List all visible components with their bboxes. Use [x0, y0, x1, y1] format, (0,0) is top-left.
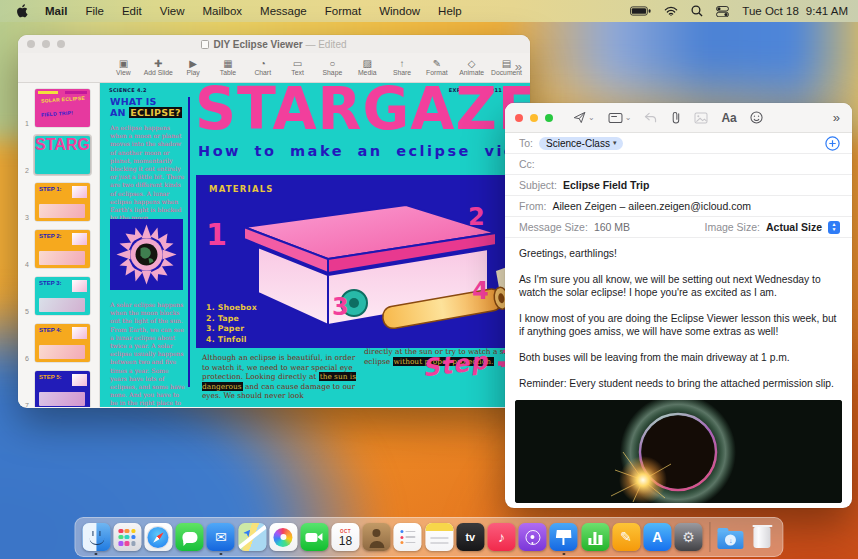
- recipient-token[interactable]: Science-Class▾: [539, 137, 623, 150]
- slide-thumbnail-2[interactable]: STARGAZER: [35, 136, 90, 174]
- toolbar-button-share[interactable]: ↑Share: [386, 58, 418, 77]
- slide-thumbnail-5[interactable]: STEP 3:: [35, 277, 90, 315]
- to-field[interactable]: To: Science-Class▾: [505, 133, 852, 154]
- body-paragraph: Reminder: Every student needs to bring t…: [519, 377, 838, 390]
- dock-system-settings[interactable]: ⚙: [675, 523, 703, 551]
- menu-item-view[interactable]: View: [151, 5, 194, 17]
- dock-downloads[interactable]: ↓: [717, 523, 745, 551]
- subject-field[interactable]: Subject: Eclipse Field Trip: [505, 175, 852, 196]
- header-fields-icon[interactable]: ⌄: [608, 112, 632, 124]
- dock-notes[interactable]: [425, 523, 453, 551]
- menu-bar-time: 9:41 AM: [806, 5, 848, 17]
- wifi-icon[interactable]: [664, 6, 678, 16]
- dock-finder[interactable]: [82, 523, 110, 551]
- downloads-icon: ↓: [717, 523, 745, 551]
- menu-item-mail[interactable]: Mail: [36, 5, 76, 17]
- keynote-window[interactable]: DIY Eclipse Viewer — Edited » ▣View✚Add …: [18, 35, 530, 408]
- toolbar-overflow-icon[interactable]: »: [515, 59, 522, 74]
- dock-maps[interactable]: [238, 523, 266, 551]
- menu-item-message[interactable]: Message: [251, 5, 316, 17]
- play-icon: ▶: [189, 58, 197, 69]
- podcasts-icon: [519, 523, 547, 551]
- dock-trash[interactable]: [748, 523, 776, 551]
- dock-app-store[interactable]: A: [643, 523, 671, 551]
- minimize-button[interactable]: [530, 114, 538, 122]
- slide-thumbnail-7[interactable]: STEP 5:: [35, 371, 90, 407]
- toolbar-button-media[interactable]: ▨Media: [351, 58, 383, 77]
- eclipse-photo-attachment[interactable]: [515, 400, 842, 503]
- reply-arrow-icon[interactable]: [644, 112, 657, 123]
- control-center-icon[interactable]: [716, 6, 729, 17]
- stepper-icon[interactable]: ▲▼: [828, 221, 840, 234]
- toolbar-button-play[interactable]: ▶Play: [177, 58, 209, 77]
- toolbar-button-format[interactable]: ✎Format: [421, 58, 453, 77]
- add-recipient-button[interactable]: [825, 136, 840, 151]
- menu-item-help[interactable]: Help: [429, 5, 471, 17]
- menu-item-window[interactable]: Window: [370, 5, 429, 17]
- apple-menu-icon[interactable]: [16, 4, 28, 18]
- toolbar-button-chart[interactable]: ◔Chart: [247, 58, 279, 77]
- dock-safari[interactable]: [144, 523, 172, 551]
- photo-browser-icon[interactable]: [694, 112, 708, 124]
- emoji-icon[interactable]: [750, 111, 763, 124]
- toolbar-button-shape[interactable]: ○Shape: [316, 58, 348, 77]
- from-value: Aileen Zeigen – aileen.zeigen@icloud.com: [552, 200, 751, 212]
- add-slide-icon: ✚: [154, 58, 162, 69]
- slide-paragraph-1: An eclipse happens when a moon or planet…: [110, 124, 186, 222]
- mail-compose-window[interactable]: ⌄⌄Aa » To: Science-Class▾ Cc: Subject: E…: [505, 103, 852, 508]
- keynote-titlebar[interactable]: DIY Eclipse Viewer — Edited: [18, 35, 530, 53]
- paperclip-icon[interactable]: [670, 111, 681, 124]
- toolbar-overflow-icon[interactable]: »: [833, 110, 840, 125]
- menu-item-mailbox[interactable]: Mailbox: [193, 5, 251, 17]
- toolbar-button-text[interactable]: ▭Text: [282, 58, 314, 77]
- dock-keynote[interactable]: [550, 523, 578, 551]
- toolbar-button-view[interactable]: ▣View: [108, 58, 140, 77]
- dock-music[interactable]: ♪: [487, 523, 515, 551]
- image-size-value: Actual Size: [766, 221, 822, 233]
- menu-item-file[interactable]: File: [76, 5, 113, 17]
- dock-tv[interactable]: tv: [456, 523, 484, 551]
- dock-facetime[interactable]: [300, 523, 328, 551]
- search-icon[interactable]: [691, 5, 703, 17]
- menu-bar-status: Tue Oct 18 9:41 AM: [630, 5, 848, 17]
- keynote-toolbar: » ▣View✚Add Slide▶Play▦Table◔Chart▭Text○…: [18, 53, 530, 83]
- view-icon: ▣: [119, 58, 128, 69]
- format-text-icon[interactable]: Aa: [721, 111, 736, 125]
- dock-calendar[interactable]: OCT18: [332, 523, 360, 551]
- cc-field[interactable]: Cc:: [505, 154, 852, 175]
- slide-navigator[interactable]: 1SOLAR ECLIPSEFIELD TRIP!2STARGAZER3STEP…: [18, 83, 100, 407]
- send-icon[interactable]: ⌄: [573, 111, 595, 124]
- status-icons: [630, 5, 729, 17]
- slide-thumbnail-4[interactable]: STEP 2:: [35, 230, 90, 268]
- toolbar-button-table[interactable]: ▦Table: [212, 58, 244, 77]
- toolbar-button-add-slide[interactable]: ✚Add Slide: [142, 58, 174, 77]
- chevron-down-icon: ▾: [613, 139, 617, 147]
- dock-launchpad[interactable]: [113, 523, 141, 551]
- close-button[interactable]: [515, 114, 523, 122]
- dock-mail[interactable]: ✉: [207, 523, 235, 551]
- dock-numbers[interactable]: [581, 523, 609, 551]
- dock-pages[interactable]: ✎: [612, 523, 640, 551]
- slide-canvas[interactable]: SCIENCE 4.2 EXPERIMENT #11 WHAT IS AN EC…: [100, 83, 530, 407]
- body-paragraph: Both buses will be leaving from the main…: [519, 351, 838, 364]
- slide-thumbnail-6[interactable]: STEP 4:: [35, 324, 90, 362]
- menu-item-format[interactable]: Format: [316, 5, 370, 17]
- safari-icon: [144, 523, 172, 551]
- notes-icon: [425, 523, 453, 551]
- from-field[interactable]: From: Aileen Zeigen – aileen.zeigen@iclo…: [505, 196, 852, 217]
- toolbar-button-animate[interactable]: ◇Animate: [456, 58, 488, 77]
- dock-messages[interactable]: [176, 523, 204, 551]
- zoom-button[interactable]: [545, 114, 553, 122]
- dock-photos[interactable]: [269, 523, 297, 551]
- image-size-popup[interactable]: Image Size: Actual Size ▲▼: [705, 221, 840, 234]
- menu-bar-clock[interactable]: Tue Oct 18 9:41 AM: [742, 5, 848, 17]
- eclipse-highlight: ECLIPSE?: [129, 107, 181, 118]
- slide-thumbnail-3[interactable]: STEP 1:: [35, 183, 90, 221]
- dock-reminders[interactable]: [394, 523, 422, 551]
- dock-contacts[interactable]: [363, 523, 391, 551]
- dock-podcasts[interactable]: [519, 523, 547, 551]
- battery-icon[interactable]: [630, 6, 651, 16]
- menu-item-edit[interactable]: Edit: [113, 5, 151, 17]
- slide-thumbnail-1[interactable]: SOLAR ECLIPSEFIELD TRIP!: [35, 89, 90, 127]
- mail-window-controls[interactable]: [515, 114, 553, 122]
